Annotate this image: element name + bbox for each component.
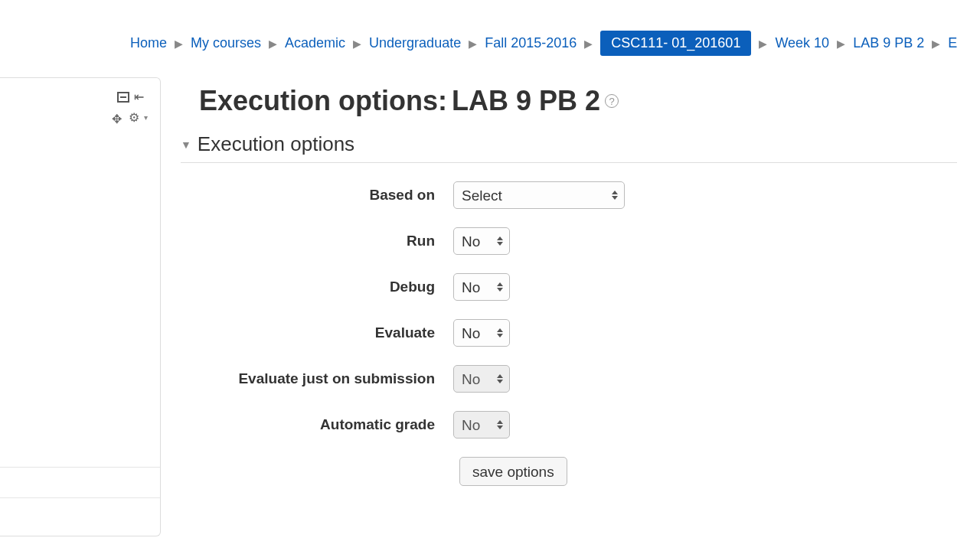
breadcrumb-academic[interactable]: Academic <box>285 35 345 51</box>
row-evaluate-submission: Evaluate just on submission No <box>199 365 957 393</box>
page-title-name: LAB 9 PB 2 <box>452 85 600 117</box>
sidebar-item[interactable] <box>0 468 160 498</box>
move-icon[interactable]: ✥ <box>112 112 124 124</box>
collapse-block-icon[interactable] <box>117 92 129 103</box>
label-auto-grade: Automatic grade <box>199 416 453 433</box>
execution-options-form: Based on Select Run No Debug <box>199 163 957 486</box>
breadcrumb-mycourses[interactable]: My courses <box>191 35 261 51</box>
row-based-on: Based on Select <box>199 181 957 209</box>
sidebar-nav <box>0 437 160 498</box>
label-based-on: Based on <box>199 187 453 204</box>
help-icon[interactable]: ? <box>605 94 619 108</box>
chevron-right-icon: ▶ <box>932 37 940 50</box>
breadcrumb-term[interactable]: Fall 2015-2016 <box>485 35 577 51</box>
save-options-button[interactable]: save options <box>459 457 567 486</box>
select-based-on[interactable]: Select <box>453 181 625 209</box>
breadcrumb-lab[interactable]: LAB 9 PB 2 <box>853 35 924 51</box>
gear-icon[interactable]: ⚙ <box>129 110 139 125</box>
breadcrumb-tail[interactable]: E <box>948 35 957 51</box>
select-evaluate-submission[interactable]: No <box>453 365 510 393</box>
section-title: Execution options <box>198 132 354 156</box>
row-run: Run No <box>199 227 957 255</box>
breadcrumb-week[interactable]: Week 10 <box>775 35 829 51</box>
breadcrumb-home[interactable]: Home <box>130 35 167 51</box>
chevron-right-icon: ▶ <box>837 37 845 50</box>
section-execution-options[interactable]: ▼ Execution options <box>181 128 957 163</box>
chevron-right-icon: ▶ <box>175 37 183 50</box>
chevron-right-icon: ▶ <box>353 37 361 50</box>
sidebar-item[interactable] <box>0 437 160 468</box>
select-auto-grade[interactable]: No <box>453 411 510 439</box>
chevron-right-icon: ▶ <box>269 37 277 50</box>
breadcrumb-undergraduate[interactable]: Undergraduate <box>369 35 461 51</box>
label-debug: Debug <box>199 279 453 295</box>
breadcrumb: Home ▶ My courses ▶ Academic ▶ Undergrad… <box>0 0 980 62</box>
breadcrumb-course[interactable]: CSC111- 01_201601 <box>600 31 751 56</box>
row-evaluate: Evaluate No <box>199 319 957 347</box>
page-title: Execution options: LAB 9 PB 2 ? <box>199 85 957 117</box>
chevron-right-icon: ▶ <box>759 37 767 50</box>
main-content: Execution options: LAB 9 PB 2 ? ▼ Execut… <box>161 77 980 509</box>
caret-down-icon[interactable]: ▾ <box>144 113 148 122</box>
select-debug[interactable]: No <box>453 273 510 301</box>
select-run[interactable]: No <box>453 227 510 255</box>
label-evaluate: Evaluate <box>199 324 453 341</box>
sidebar-block: ⇤ ✥ ⚙ ▾ <box>0 77 161 536</box>
row-auto-grade: Automatic grade No <box>199 411 957 439</box>
chevron-right-icon: ▶ <box>584 37 593 50</box>
row-debug: Debug No <box>199 273 957 301</box>
caret-down-icon: ▼ <box>181 139 191 151</box>
chevron-right-icon: ▶ <box>469 37 477 50</box>
select-evaluate[interactable]: No <box>453 319 510 347</box>
label-evaluate-submission: Evaluate just on submission <box>199 370 453 387</box>
page-title-prefix: Execution options: <box>199 85 447 117</box>
dock-block-icon[interactable]: ⇤ <box>134 92 148 104</box>
label-run: Run <box>199 233 453 249</box>
